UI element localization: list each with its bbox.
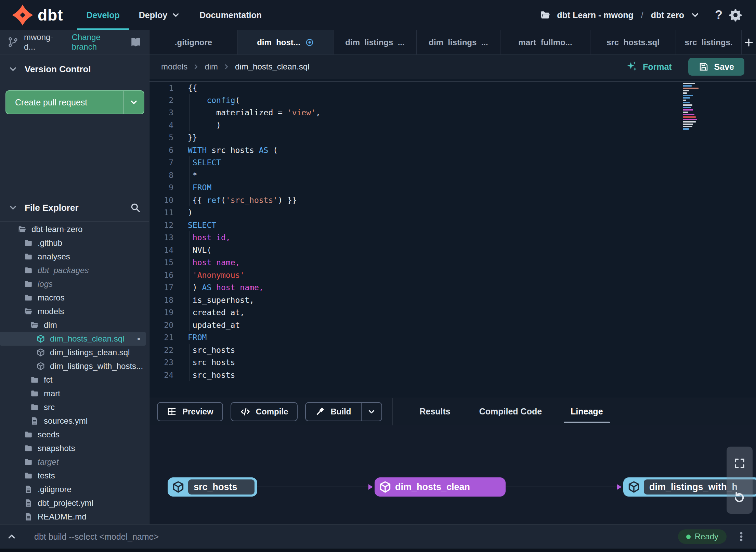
- breadcrumb-item[interactable]: dim: [205, 62, 218, 72]
- tab-src-hosts-sql[interactable]: src_hosts.sql: [590, 30, 676, 54]
- settings-gear-icon[interactable]: [729, 8, 742, 22]
- panel-tab-results[interactable]: Results: [405, 398, 465, 425]
- editor-minimap[interactable]: [683, 83, 705, 131]
- tab-mart-fullmo-[interactable]: mart_fullmo...: [500, 30, 590, 54]
- code-line[interactable]: 1{{: [149, 81, 756, 94]
- code-line[interactable]: 18 is_superhost,: [149, 294, 756, 307]
- tree-item-dbt-learn-zero[interactable]: dbt-learn-zero: [0, 222, 149, 236]
- code-line[interactable]: 15 host_name,: [149, 256, 756, 269]
- tree-item--github[interactable]: .github: [0, 236, 149, 250]
- search-icon[interactable]: [130, 202, 141, 213]
- code-line[interactable]: 16 'Anonymous': [149, 269, 756, 282]
- tree-item-models[interactable]: models: [0, 305, 149, 318]
- tree-item-fct[interactable]: fct: [0, 373, 149, 387]
- tree-item-src[interactable]: src: [0, 400, 149, 414]
- tree-item-dbt-packages[interactable]: dbt_packages: [0, 264, 149, 277]
- lineage-node-src-hosts[interactable]: src_hosts: [168, 477, 257, 497]
- dbt-logo[interactable]: dbt: [0, 0, 77, 30]
- tab-dim-listings-[interactable]: dim_listings_...: [334, 30, 417, 54]
- create-pull-request-button[interactable]: Create pull request: [5, 90, 144, 114]
- tab-dim-host-[interactable]: dim_host...: [238, 30, 334, 54]
- breadcrumb-item[interactable]: models: [161, 62, 187, 72]
- fullscreen-icon[interactable]: [733, 457, 746, 470]
- code-line[interactable]: 19 created_at,: [149, 306, 756, 319]
- save-button[interactable]: Save: [688, 58, 744, 76]
- code-line[interactable]: 22 src_hosts: [149, 344, 756, 357]
- tab-src-listings-[interactable]: src_listings.: [676, 30, 742, 54]
- lineage-node-dim-hosts-clean[interactable]: dim_hosts_clean: [375, 477, 506, 497]
- tree-item-target[interactable]: target: [0, 455, 149, 469]
- help-icon[interactable]: ?: [715, 8, 722, 22]
- nav-item-deploy[interactable]: Deploy: [129, 0, 190, 30]
- tree-item-mart[interactable]: mart: [0, 387, 149, 400]
- code-line[interactable]: 23 src_hosts: [149, 356, 756, 369]
- code-line[interactable]: 12SELECT: [149, 219, 756, 232]
- tree-item-dim-listings-clean-sql[interactable]: dim_listings_clean.sql: [0, 346, 149, 359]
- tree-item-logs[interactable]: logs: [0, 277, 149, 291]
- nav-item-develop[interactable]: Develop: [77, 0, 129, 30]
- kebab-menu-icon[interactable]: [735, 531, 747, 542]
- lineage-canvas[interactable]: src_hostsdim_hosts_cleandim_listings_wit…: [149, 425, 756, 524]
- tree-item-macros[interactable]: macros: [0, 291, 149, 305]
- branch-name[interactable]: mwong-d...: [24, 33, 62, 52]
- code-line[interactable]: 4 ): [149, 119, 756, 132]
- panel-tab-lineage[interactable]: Lineage: [556, 398, 617, 425]
- tree-item-snapshots[interactable]: snapshots: [0, 441, 149, 455]
- tree-item-sources-yml[interactable]: sources.yml: [0, 414, 149, 428]
- tree-item-dbt-project-yml[interactable]: dbt_project.yml: [0, 496, 149, 510]
- file-explorer-header[interactable]: File Explorer: [0, 194, 149, 222]
- code-line[interactable]: 24 src_hosts: [149, 369, 756, 382]
- chevron-down-icon[interactable]: [690, 10, 700, 20]
- code-line[interactable]: 5}}: [149, 131, 756, 144]
- project-name[interactable]: dbt Learn - mwong: [557, 10, 634, 20]
- code-line[interactable]: 14 NVL(: [149, 244, 756, 257]
- tree-item-analyses[interactable]: analyses: [0, 250, 149, 264]
- code-editor[interactable]: 1{{2 config(3 materialized = 'view',4 )5…: [149, 79, 756, 398]
- build-options-caret[interactable]: [361, 403, 381, 421]
- tree-item-dim-listings-with-hosts-[interactable]: dim_listings_with_hosts...: [0, 359, 149, 373]
- compile-button[interactable]: Compile: [231, 402, 298, 421]
- new-tab-button[interactable]: [742, 30, 756, 54]
- tab-dim-listings-[interactable]: dim_listings_...: [417, 30, 500, 54]
- code-line[interactable]: 20 updated_at: [149, 319, 756, 332]
- tree-item-dim[interactable]: dim: [0, 318, 149, 332]
- minimap-line: [683, 92, 687, 94]
- breadcrumb-item[interactable]: dim_hosts_clean.sql: [235, 62, 309, 72]
- docs-book-icon[interactable]: [130, 36, 142, 48]
- create-pull-request-caret[interactable]: [123, 91, 144, 114]
- code-line[interactable]: 9 FROM: [149, 181, 756, 194]
- code-line[interactable]: 3 materialized = 'view',: [149, 106, 756, 119]
- editor-actions: Format Save: [626, 58, 744, 76]
- version-control-header[interactable]: Version Control: [0, 54, 149, 84]
- code-line[interactable]: 2 config(: [149, 94, 756, 107]
- tree-item-README-md[interactable]: README.md: [0, 510, 149, 524]
- build-label: Build: [330, 407, 351, 416]
- code-line[interactable]: 17 ) AS host_name,: [149, 281, 756, 294]
- tree-item--gitignore[interactable]: .gitignore: [0, 483, 149, 496]
- code-line[interactable]: 8 *: [149, 169, 756, 182]
- refresh-icon[interactable]: [733, 490, 746, 503]
- tree-item-seeds[interactable]: seeds: [0, 428, 149, 441]
- build-button[interactable]: Build: [305, 402, 382, 421]
- change-branch-link[interactable]: Change branch: [72, 33, 125, 52]
- tree-item-tests[interactable]: tests: [0, 469, 149, 483]
- code-line[interactable]: 6WITH src_hosts AS (: [149, 144, 756, 157]
- command-bar-toggle[interactable]: [0, 525, 23, 549]
- tree-item-label: analyses: [38, 252, 70, 261]
- code-line[interactable]: 7 SELECT: [149, 156, 756, 169]
- code-line[interactable]: 11): [149, 206, 756, 219]
- code-line[interactable]: 13 host_id,: [149, 231, 756, 244]
- preview-button[interactable]: Preview: [157, 402, 223, 421]
- panel-tab-compiled-code[interactable]: Compiled Code: [465, 398, 556, 425]
- tree-item-label: sources.yml: [44, 416, 88, 426]
- code-line[interactable]: 21FROM: [149, 331, 756, 344]
- tab-label: src_hosts.sql: [607, 38, 660, 47]
- nav-item-documentation[interactable]: Documentation: [190, 0, 271, 30]
- environment-selector[interactable]: dbt zero: [651, 10, 684, 20]
- tab--gitignore[interactable]: .gitignore: [149, 30, 238, 54]
- command-input[interactable]: dbt build --select <model_name>: [34, 532, 159, 542]
- tree-item-dim-hosts-clean-sql[interactable]: dim_hosts_clean.sql•: [0, 332, 146, 346]
- format-button[interactable]: Format: [626, 61, 672, 73]
- code-line[interactable]: 10 {{ ref('src_hosts') }}: [149, 194, 756, 207]
- code-lines[interactable]: 1{{2 config(3 materialized = 'view',4 )5…: [149, 81, 756, 381]
